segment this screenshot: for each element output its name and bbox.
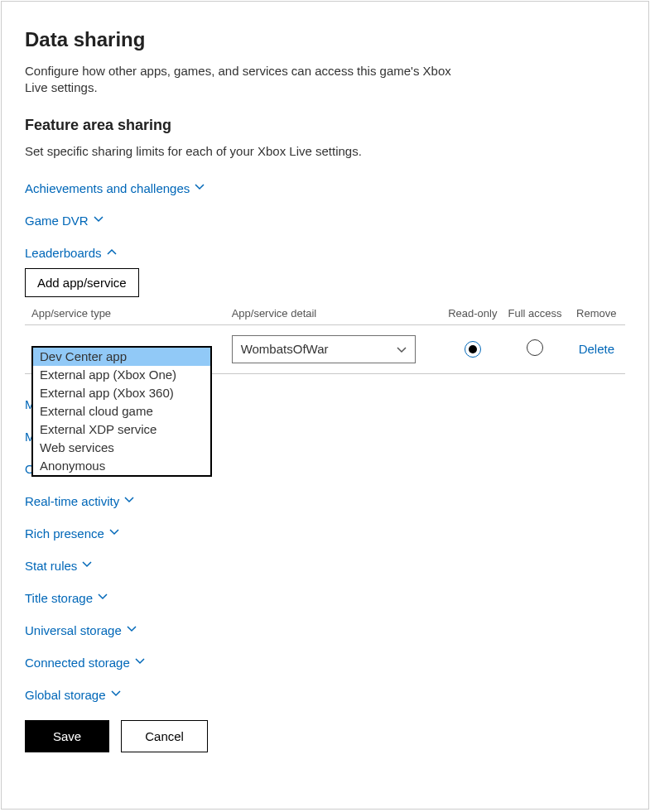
feature-real-time-activity-label: Real-time activity — [25, 494, 119, 508]
feature-area-list: Achievements and challenges Game DVR Lea… — [25, 181, 625, 702]
page-description: Configure how other apps, games, and ser… — [25, 63, 455, 97]
header-read-only: Read-only — [443, 307, 502, 320]
form-buttons: Save Cancel — [25, 720, 625, 752]
dropdown-option-web-services[interactable]: Web services — [33, 439, 210, 457]
data-sharing-panel: Data sharing Configure how other apps, g… — [1, 1, 649, 810]
delete-link[interactable]: Delete — [579, 342, 614, 356]
chevron-down-icon — [98, 593, 106, 602]
save-button[interactable]: Save — [25, 720, 109, 752]
table-header-row: App/service type App/service detail Read… — [25, 307, 625, 324]
chevron-down-icon — [109, 529, 118, 537]
dropdown-option-anonymous[interactable]: Anonymous — [33, 457, 210, 475]
read-only-radio[interactable] — [465, 341, 481, 358]
app-detail-value: WombatsOfWar — [241, 342, 329, 356]
feature-achievements-toggle[interactable]: Achievements and challenges — [25, 181, 203, 195]
feature-global-storage-label: Global storage — [25, 688, 106, 702]
feature-global-storage-toggle[interactable]: Global storage — [25, 688, 119, 702]
chevron-down-icon — [195, 184, 203, 192]
page-title: Data sharing — [25, 28, 625, 51]
header-remove: Remove — [568, 307, 625, 320]
feature-stat-rules-label: Stat rules — [25, 559, 77, 573]
chevron-down-icon — [397, 342, 407, 356]
dropdown-option-external-xbox-360[interactable]: External app (Xbox 360) — [33, 384, 210, 402]
chevron-down-icon — [111, 690, 119, 699]
feature-title-storage-label: Title storage — [25, 591, 93, 605]
feature-leaderboards-toggle[interactable]: Leaderboards — [25, 246, 115, 260]
app-type-dropdown[interactable]: Dev Center app External app (Xbox One) E… — [31, 346, 212, 477]
section-title: Feature area sharing — [25, 117, 625, 134]
feature-stat-rules-toggle[interactable]: Stat rules — [25, 559, 90, 573]
feature-game-dvr-toggle[interactable]: Game DVR — [25, 214, 102, 228]
feature-connected-storage-toggle[interactable]: Connected storage — [25, 656, 143, 670]
feature-real-time-activity-toggle[interactable]: Real-time activity — [25, 494, 132, 508]
table-row: Dev Center app External app (Xbox One) E… — [25, 325, 625, 373]
section-description: Set specific sharing limits for each of … — [25, 144, 625, 158]
dropdown-option-external-cloud-game[interactable]: External cloud game — [33, 402, 210, 420]
full-access-radio[interactable] — [527, 339, 543, 356]
leaderboards-expanded-panel: Add app/service App/service type App/ser… — [25, 268, 625, 374]
feature-achievements-label: Achievements and challenges — [25, 181, 190, 195]
feature-title-storage-toggle[interactable]: Title storage — [25, 591, 106, 605]
header-app-type: App/service type — [25, 307, 232, 320]
chevron-down-icon — [127, 626, 135, 634]
header-full-access: Full access — [502, 307, 567, 320]
feature-rich-presence-toggle[interactable]: Rich presence — [25, 526, 118, 541]
feature-leaderboards-label: Leaderboards — [25, 246, 102, 260]
dropdown-option-external-xdp-service[interactable]: External XDP service — [33, 420, 210, 439]
feature-connected-storage-label: Connected storage — [25, 656, 130, 670]
add-app-service-button[interactable]: Add app/service — [25, 268, 139, 297]
dropdown-option-dev-center[interactable]: Dev Center app — [33, 348, 210, 366]
chevron-down-icon — [94, 216, 102, 224]
feature-universal-storage-label: Universal storage — [25, 623, 122, 637]
chevron-up-icon — [107, 248, 115, 257]
feature-universal-storage-toggle[interactable]: Universal storage — [25, 623, 135, 637]
cancel-button[interactable]: Cancel — [121, 720, 208, 752]
feature-game-dvr-label: Game DVR — [25, 214, 89, 228]
header-app-detail: App/service detail — [232, 307, 444, 320]
chevron-down-icon — [124, 497, 132, 505]
chevron-down-icon — [135, 658, 143, 666]
chevron-down-icon — [82, 561, 90, 569]
dropdown-option-external-xbox-one[interactable]: External app (Xbox One) — [33, 366, 210, 384]
app-detail-select[interactable]: WombatsOfWar — [232, 335, 416, 363]
feature-rich-presence-label: Rich presence — [25, 526, 104, 541]
